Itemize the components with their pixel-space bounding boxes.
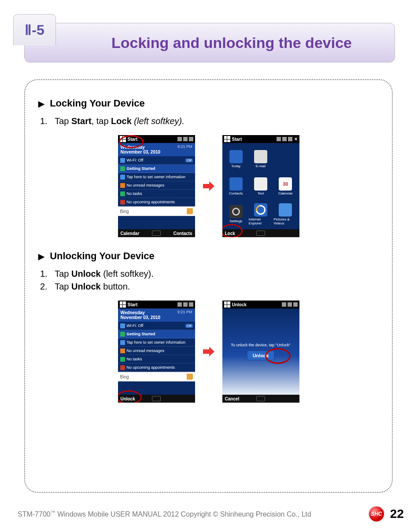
section-tab: Ⅱ-5	[13, 14, 56, 45]
start-grid: Today E-mail Contacts Text 30Calendar Se…	[222, 143, 299, 229]
arrow-right-icon	[203, 181, 214, 191]
signal-icon	[277, 137, 281, 141]
triangle-icon: ▶	[38, 252, 44, 261]
app-text: Text	[249, 173, 273, 200]
locking-heading: ▶ Locking Your Device	[38, 98, 379, 109]
lock-screenshots-row: Start 9:21 PM Wednesday November 03, 201…	[38, 135, 379, 237]
battery-icon	[288, 137, 292, 141]
screenshot-unlock-screen: Unlock To unlock the device, tap "Unlock…	[222, 301, 299, 403]
arrow-right-icon	[203, 347, 214, 356]
windows-logo-icon	[224, 301, 230, 308]
page-title: Locking and unlocking the device	[67, 34, 352, 51]
lock-step-1: 1. Tap Start, tap Lock (left softkey).	[40, 116, 379, 126]
windows-logo-icon	[120, 301, 126, 308]
screenshot-start-menu: Start × Today E-mail Contacts Text 30Cal…	[222, 135, 299, 237]
screenshot-home-unlock-softkey: Start 9:21 PM Wednesday November 03, 201…	[118, 301, 195, 403]
phone-home-body: 9:21 PM Wednesday November 03, 2010 Wi-F…	[118, 143, 195, 229]
date-block: 9:21 PM Wednesday November 03, 2010	[118, 308, 195, 322]
unlock-step-1: 1. Tap Unlock (left softkey).	[40, 269, 379, 279]
row-bing: Bing	[118, 206, 195, 216]
row-getting-started: Getting Started	[118, 165, 195, 173]
row-owner: Tap here to set owner information	[118, 173, 195, 181]
app-today: Today	[224, 146, 248, 172]
windows-logo-icon	[120, 136, 126, 142]
app-ie: Internet Explorer	[249, 201, 273, 227]
softkey-right: Contacts	[162, 231, 195, 236]
app-contacts: Contacts	[224, 173, 248, 200]
search-icon	[187, 374, 193, 380]
softkey-left: Calendar	[118, 231, 151, 236]
unlock-button: Unlock	[247, 351, 275, 360]
phone-softkeys: Calendar Contacts	[118, 229, 195, 237]
phone-softkeys: Lock	[222, 229, 299, 237]
search-icon	[187, 208, 193, 214]
volume-icon	[282, 137, 287, 141]
softkey-left-cancel: Cancel	[222, 396, 255, 401]
phone-softkeys: Unlock	[118, 395, 195, 403]
softkey-menu-icon	[152, 231, 161, 236]
unlock-step-2: 2. Tap Unlock button.	[40, 282, 379, 292]
date-block: 9:21 PM Wednesday November 03, 2010	[118, 143, 195, 156]
shc-logo-icon: SHC	[369, 506, 384, 521]
content-panel: ▶ Locking Your Device 1. Tap Start, tap …	[24, 79, 393, 493]
section-tab-label: Ⅱ-5	[25, 22, 44, 38]
signal-icon	[177, 302, 182, 307]
unlock-screenshots-row: Start 9:21 PM Wednesday November 03, 201…	[38, 301, 379, 403]
softkey-left-unlock: Unlock	[118, 396, 151, 401]
row-appts: No upcoming appointments	[118, 198, 195, 206]
row-wifi: Wi-Fi: OffOff	[118, 156, 195, 165]
phone-statusbar: Start ×	[222, 135, 299, 143]
phone-softkeys: Cancel	[222, 395, 299, 403]
volume-icon	[183, 137, 188, 141]
battery-icon	[189, 137, 193, 141]
signal-icon	[177, 137, 182, 141]
screenshot-home-start: Start 9:21 PM Wednesday November 03, 201…	[118, 135, 195, 237]
app-email: E-mail	[249, 146, 273, 172]
copyright-text: STM-7700™ Windows Mobile USER MANUAL 201…	[18, 510, 363, 518]
page-footer: STM-7700™ Windows Mobile USER MANUAL 201…	[0, 506, 417, 521]
phone-statusbar: Unlock	[222, 301, 299, 308]
unlock-message: To unlock the device, tap "Unlock"	[231, 343, 290, 347]
battery-icon	[189, 302, 193, 307]
row-tasks: No tasks	[118, 190, 195, 198]
app-calendar: 30Calendar	[273, 173, 297, 200]
app-settings: Settings	[224, 201, 248, 227]
unlocking-heading: ▶ Unlocking Your Device	[38, 250, 379, 262]
softkey-menu-icon	[256, 396, 265, 401]
page-title-bar: Locking and unlocking the device	[24, 23, 395, 62]
volume-icon	[183, 302, 188, 307]
signal-icon	[282, 302, 286, 307]
phone-statusbar: Start	[118, 135, 195, 143]
phone-statusbar: Start	[118, 301, 195, 308]
app-pictures: Pictures & Videos	[273, 201, 297, 227]
softkey-menu-icon	[152, 396, 161, 401]
softkey-menu-icon	[256, 231, 265, 236]
battery-icon	[293, 302, 298, 307]
phone-home-body: 9:21 PM Wednesday November 03, 2010 Wi-F…	[118, 308, 195, 395]
row-unread: No unread messages	[118, 181, 195, 190]
unlock-body: To unlock the device, tap "Unlock" Unloc…	[222, 308, 299, 395]
page-number: 22	[390, 507, 404, 521]
close-icon: ×	[294, 136, 297, 142]
windows-logo-icon	[224, 136, 230, 142]
triangle-icon: ▶	[38, 99, 44, 108]
softkey-left-lock: Lock	[222, 231, 255, 236]
volume-icon	[288, 302, 292, 307]
